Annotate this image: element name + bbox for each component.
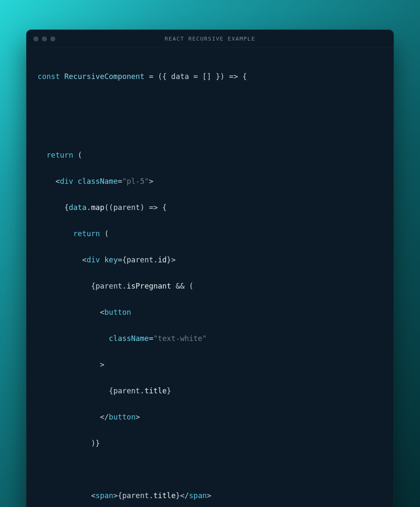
editor-window: REACT RECURSIVE EXAMPLE const RecursiveC… — [26, 30, 394, 507]
code-line: <div key={parent.id}> — [38, 254, 382, 267]
code-line: {parent.title} — [38, 384, 382, 398]
code-line: <button — [38, 306, 382, 319]
code-line: return ( — [38, 149, 382, 162]
code-line: {parent.isPregnant && ( — [38, 280, 382, 293]
window-titlebar: REACT RECURSIVE EXAMPLE — [27, 30, 393, 48]
code-line: <span>{parent.title}</span> — [38, 489, 382, 502]
window-title: REACT RECURSIVE EXAMPLE — [27, 35, 393, 42]
code-line: > — [38, 358, 382, 371]
code-line: )} — [38, 437, 382, 450]
code-line — [38, 123, 382, 136]
code-line — [38, 96, 382, 109]
code-line: return ( — [38, 227, 382, 240]
code-line: {data.map((parent) => { — [38, 201, 382, 214]
code-area[interactable]: const RecursiveComponent = ({ data = [] … — [27, 48, 393, 507]
code-line: </button> — [38, 411, 382, 424]
code-line: const RecursiveComponent = ({ data = [] … — [38, 70, 382, 83]
code-line: className="text-white" — [38, 332, 382, 345]
code-line: <div className="pl-5"> — [38, 175, 382, 188]
code-line — [38, 463, 382, 476]
